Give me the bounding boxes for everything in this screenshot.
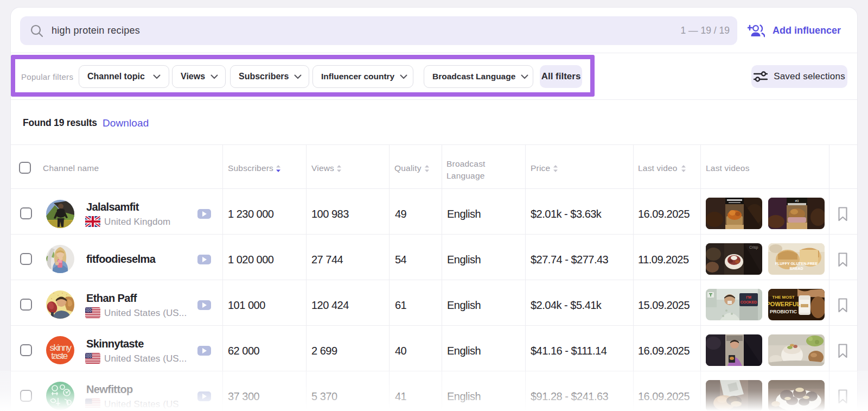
svg-text:BREAD: BREAD (790, 267, 803, 270)
svg-text:POWERFUL: POWERFUL (768, 301, 801, 307)
svg-text:THE MOST: THE MOST (772, 295, 794, 300)
svg-text:#3: #3 (795, 199, 799, 203)
svg-text:I'M: I'M (746, 295, 751, 299)
svg-text:PROBIOTIC: PROBIOTIC (770, 309, 797, 314)
svg-text:FLUFFY GLUTEN-FREE: FLUFFY GLUTEN-FREE (775, 262, 818, 265)
svg-text:taste: taste (51, 351, 67, 361)
svg-text:COOKED: COOKED (741, 300, 757, 304)
svg-text:Crisp: Crisp (749, 245, 758, 250)
